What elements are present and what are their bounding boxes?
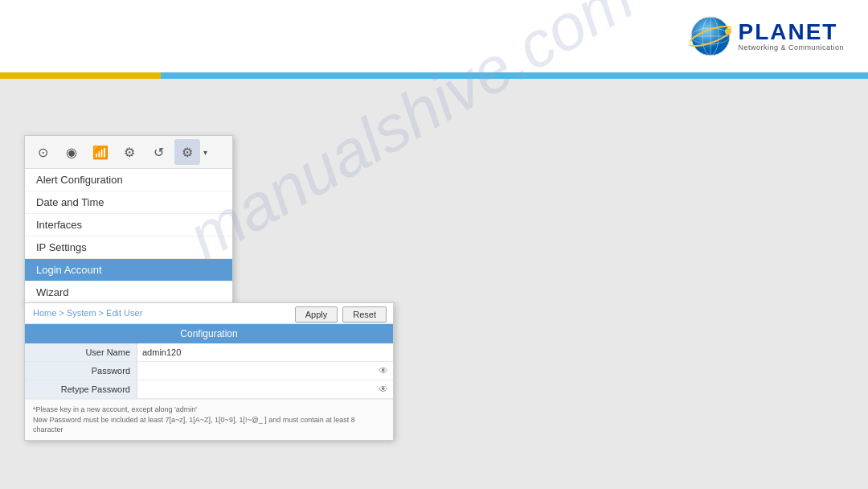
logo-area: PLANET Networking & Communication — [690, 15, 844, 57]
refresh-icon[interactable]: ↺ — [145, 139, 171, 165]
logo-planet-label: PLANET — [738, 21, 844, 43]
footer-line2: New Password must be included at least 7… — [33, 415, 385, 435]
menu-item-interfaces[interactable]: Interfaces — [25, 214, 232, 236]
configuration-table: Configuration — [25, 324, 393, 343]
gear-icon[interactable]: ⚙ — [174, 139, 200, 165]
location-icon[interactable]: ◉ — [59, 139, 84, 165]
edit-user-form: Home > System > Edit User Apply Reset Co… — [24, 302, 394, 441]
logo-globe-icon — [690, 15, 731, 57]
password-eye-icon[interactable]: 👁 — [379, 365, 388, 376]
toolbar-widget: ⊙ ◉ 📶 ⚙ ↺ ⚙ ▾ Alert Configuration Date a… — [24, 135, 233, 305]
menu-item-date-and-time[interactable]: Date and Time — [25, 191, 232, 214]
menu-item-alert-configuration[interactable]: Alert Configuration — [25, 169, 232, 191]
dropdown-menu: Alert Configuration Date and Time Interf… — [25, 169, 232, 304]
main-content: ⊙ ◉ 📶 ⚙ ↺ ⚙ ▾ Alert Configuration Date a… — [0, 79, 868, 489]
dashboard-icon[interactable]: ⊙ — [30, 139, 55, 165]
form-row-retype-password: Retype Password 👁 — [25, 380, 393, 399]
retype-password-input[interactable] — [142, 384, 388, 394]
header: PLANET Networking & Communication — [0, 0, 868, 72]
configuration-header: Configuration — [25, 324, 393, 343]
menu-item-ip-settings[interactable]: IP Settings — [25, 236, 232, 259]
form-footer: *Please key in a new account, except alo… — [25, 399, 393, 440]
logo-subtitle-label: Networking & Communication — [738, 43, 844, 51]
menu-item-wizard[interactable]: Wizard — [25, 281, 232, 304]
footer-line1: *Please key in a new account, except alo… — [33, 405, 385, 415]
retype-password-input-area: 👁 — [137, 380, 393, 398]
apply-button[interactable]: Apply — [295, 306, 338, 323]
dropdown-arrow-icon[interactable]: ▾ — [203, 148, 207, 157]
username-input-area — [137, 343, 393, 361]
username-input[interactable] — [142, 347, 388, 357]
retype-password-eye-icon[interactable]: 👁 — [379, 384, 388, 395]
form-row-password: Password 👁 — [25, 362, 393, 380]
password-input-area: 👁 — [137, 362, 393, 380]
toolbar-icons-row: ⊙ ◉ 📶 ⚙ ↺ ⚙ ▾ — [25, 136, 232, 169]
menu-item-login-account[interactable]: Login Account — [25, 259, 232, 281]
logo-text: PLANET Networking & Communication — [738, 21, 844, 51]
username-label: User Name — [25, 343, 137, 361]
form-row-username: User Name — [25, 343, 393, 362]
settings2-icon[interactable]: ⚙ — [117, 139, 142, 165]
yellow-bar — [0, 72, 161, 79]
form-actions: Apply Reset — [295, 306, 387, 323]
header-bars — [0, 72, 868, 79]
password-input[interactable] — [142, 366, 388, 376]
svg-point-6 — [725, 28, 731, 35]
retype-password-label: Retype Password — [25, 380, 137, 398]
reset-button[interactable]: Reset — [342, 306, 387, 323]
chart-icon[interactable]: 📶 — [88, 139, 113, 165]
blue-bar — [161, 72, 868, 79]
password-label: Password — [25, 362, 137, 380]
